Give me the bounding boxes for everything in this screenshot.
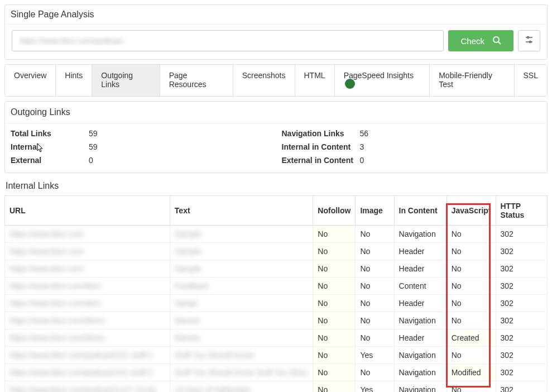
stat-value: 59 [89,129,98,138]
table-row[interactable]: https://www.blurr.com/itemFeedbackNoNoCo… [5,278,548,295]
cell-javascript: No [447,243,496,260]
column-header[interactable]: Text [170,196,313,226]
cell-javascript: No [447,226,496,243]
stat-row: External in Content0 [276,154,548,167]
cell-url: https://www.blurr.com/podcast/1127-13-da [5,381,170,392]
cell-javascript: No [447,312,496,329]
table-row[interactable]: https://www.blurr.comSampleNoNoHeaderNo3… [5,260,548,278]
cell-nofollow: No [313,381,356,392]
check-button[interactable]: Check [448,30,513,51]
cell-image: No [356,364,394,381]
cell-image: Yes [356,347,394,364]
cell-nofollow: No [313,347,356,364]
cell-image: No [356,226,394,243]
tab-screenshots[interactable]: Screenshots [233,65,295,96]
tabs-nav: OverviewHintsOutgoing LinksPage Resource… [4,64,548,97]
url-input[interactable] [12,30,444,51]
cell-javascript: No [447,295,496,312]
cell-status: 302 [496,295,548,312]
settings-button[interactable] [518,30,540,51]
outgoing-heading: Outgoing Links [5,102,547,123]
svg-point-0 [493,37,499,42]
table-row[interactable]: https://www.blurr.com/podcast/101-stuff-… [5,364,548,381]
cell-status: 302 [496,381,548,392]
cell-image: No [356,278,394,295]
cell-text: Sample [170,243,313,260]
internal-links-table: URLTextNofollowImageIn ContentJavaScript… [4,195,548,392]
tab-resources[interactable]: Page Resources [160,65,233,96]
cell-url: https://www.blurr.com/item [5,295,170,312]
column-header[interactable]: URL [5,196,170,226]
cell-incontent: Navigation [394,226,447,243]
cell-image: No [356,329,394,347]
stat-value: 56 [360,129,369,138]
svg-point-5 [530,41,531,43]
cell-status: 302 [496,347,548,364]
stat-row: External0 [5,154,276,167]
table-row[interactable]: https://www.blurr.com/itemsNameeNoNoNavi… [5,312,548,329]
column-header[interactable]: Image [356,196,394,226]
stat-label: Navigation Links [282,129,360,138]
cell-javascript: Created [447,329,496,347]
stats-left: Total Links59Internal59External0 [5,127,276,167]
cell-url: https://www.blurr.com [5,243,170,260]
sliders-icon [525,35,534,46]
column-header[interactable]: Nofollow [313,196,356,226]
column-header[interactable]: HTTP Status [496,196,548,226]
cursor-icon [37,143,45,155]
table-row[interactable]: https://www.blurr.com/podcast/1127-13-da… [5,381,548,392]
cell-nofollow: No [313,260,356,278]
cell-incontent: Navigation [394,381,447,392]
table-row[interactable]: https://www.blurr.com/itemSamplNoNoHeade… [5,295,548,312]
outgoing-links-panel: Outgoing Links Total Links59Internal59Ex… [4,101,548,173]
table-row[interactable]: https://www.blurr.comSampleNoNoNavigatio… [5,226,548,243]
check-button-label: Check [460,36,484,46]
stat-label: External [11,156,89,165]
cell-text: 13 Days of Halloween [170,381,313,392]
cell-text: Namee [170,329,313,347]
table-row[interactable]: https://www.blurr.com/itemsNameeNoNoHead… [5,329,548,347]
cell-status: 302 [496,364,548,381]
stat-row: Total Links59 [5,127,276,140]
cell-image: No [356,260,394,278]
stat-value: 0 [89,156,93,165]
stat-value: 0 [360,156,364,165]
cell-incontent: Header [394,295,447,312]
table-row[interactable]: https://www.blurr.com/podcast/101-stuff-… [5,347,548,364]
cell-image: No [356,295,394,312]
cell-text: Sample [170,260,313,278]
column-header[interactable]: In Content [394,196,447,226]
cell-nofollow: No [313,312,356,329]
svg-line-1 [498,42,501,44]
cell-incontent: Header [394,329,447,347]
svg-point-3 [527,37,529,39]
cell-text: Sampl [170,295,313,312]
cell-image: No [356,243,394,260]
tab-psi[interactable]: PageSpeed Insights [335,65,430,96]
tab-ssl[interactable]: SSL [515,65,547,96]
cell-text: Sample [170,226,313,243]
tab-html[interactable]: HTML [295,65,335,96]
table-row[interactable]: https://www.blurr.comSampleNoNoHeaderNo3… [5,243,548,260]
tab-outgoing[interactable]: Outgoing Links [92,65,160,96]
cell-url: https://www.blurr.com [5,226,170,243]
tab-hints[interactable]: Hints [56,65,92,96]
search-icon [492,36,501,46]
cell-image: Yes [356,381,394,392]
cell-url: https://www.blurr.com/podcast/101-stuff-… [5,364,170,381]
cell-status: 302 [496,329,548,347]
tab-overview[interactable]: Overview [5,65,56,96]
cell-text: Feedback [170,278,313,295]
column-header[interactable]: JavaScript [447,196,496,226]
page-title: Single Page Analysis [5,5,547,25]
cell-url: https://www.blurr.com/podcast/101-stuff-… [5,347,170,364]
cell-nofollow: No [313,329,356,347]
cell-status: 302 [496,226,548,243]
cell-nofollow: No [313,364,356,381]
stat-value: 59 [89,142,98,151]
cell-incontent: Header [394,243,447,260]
cell-text: Stuff You Should Know Stuff You Shou [170,364,313,381]
tab-mobile[interactable]: Mobile-Friendly Test [430,65,514,96]
cell-javascript: No [447,278,496,295]
cell-status: 302 [496,278,548,295]
